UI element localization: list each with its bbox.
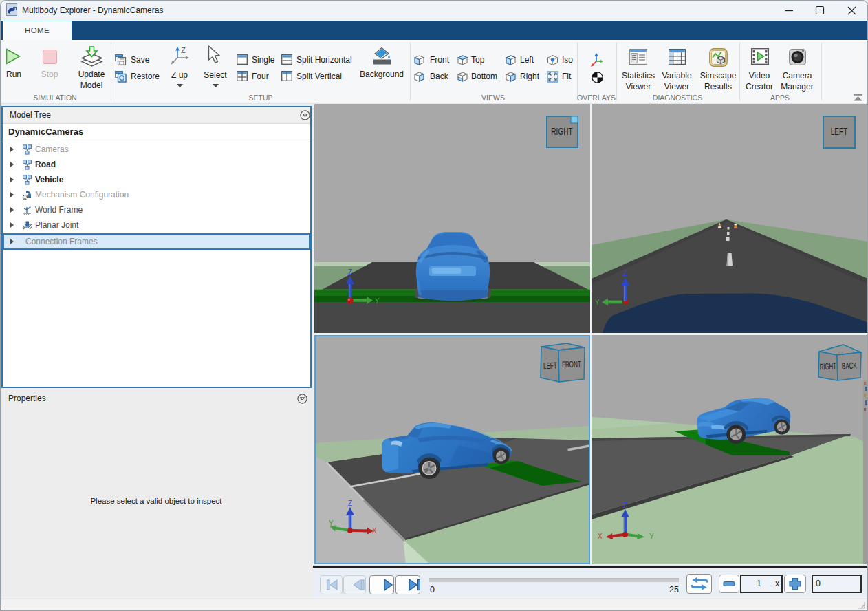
svg-text:Z: Z: [623, 270, 627, 277]
svg-text:RIGHT: RIGHT: [819, 361, 836, 372]
svg-text:Z: Z: [181, 47, 186, 54]
svg-text:Z: Z: [348, 268, 352, 276]
svg-text:LEFT: LEFT: [831, 126, 848, 137]
svg-text:BACK: BACK: [842, 361, 858, 371]
svg-text:FRONT: FRONT: [562, 358, 581, 369]
svg-text:Y: Y: [375, 297, 380, 305]
svg-text:X: X: [598, 533, 603, 540]
svg-text:Y: Y: [329, 519, 334, 527]
svg-text:RIGHT: RIGHT: [551, 126, 573, 137]
svg-text:Z: Z: [623, 502, 627, 509]
svg-text:X: X: [372, 527, 377, 535]
svg-text:LEFT: LEFT: [543, 360, 558, 370]
svg-text:Y: Y: [595, 299, 600, 306]
svg-text:Z: Z: [348, 500, 352, 507]
svg-text:TOP: TOP: [560, 347, 567, 352]
svg-text:Y: Y: [649, 533, 654, 540]
